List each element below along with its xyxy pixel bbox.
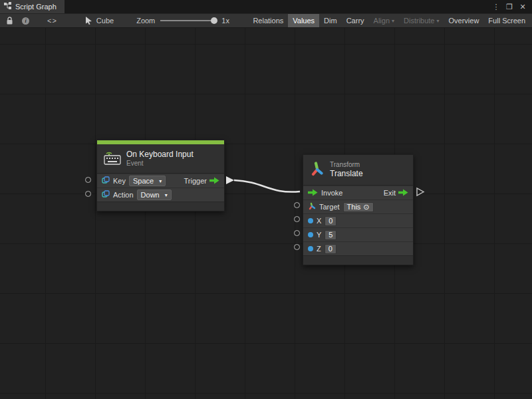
- y-value-field[interactable]: 5: [325, 230, 336, 240]
- invoke-exit-row: Invoke Exit: [303, 186, 413, 200]
- z-input-port[interactable]: [294, 244, 300, 250]
- zoom-label: Zoom: [134, 17, 158, 25]
- carry-button[interactable]: Carry: [342, 14, 369, 27]
- key-input-port[interactable]: [85, 177, 91, 183]
- node-subtitle: Event: [126, 160, 194, 168]
- toolbar-buttons: Relations Values Dim Carry Align▾ Distri…: [248, 14, 530, 27]
- node-on-keyboard-input[interactable]: On Keyboard Input Event Key Space▾ Trigg…: [96, 140, 225, 211]
- code-icon[interactable]: <>: [43, 14, 61, 27]
- y-row: Y 5: [303, 227, 413, 241]
- distribute-button[interactable]: Distribute▾: [399, 14, 444, 27]
- node-footer: [303, 255, 413, 265]
- target-row: Target This⊙: [303, 200, 413, 213]
- chevron-down-icon: ▾: [392, 18, 394, 24]
- key-row: Key Space▾ Trigger: [97, 174, 224, 188]
- exit-label: Exit: [384, 189, 396, 197]
- value-port-icon: [308, 218, 313, 223]
- lock-icon[interactable]: [2, 14, 17, 27]
- close-icon[interactable]: ✕: [517, 1, 528, 12]
- target-icon: ⊙: [363, 203, 369, 211]
- graph-canvas[interactable]: On Keyboard Input Event Key Space▾ Trigg…: [0, 28, 532, 399]
- action-row: Action Down▾: [97, 188, 224, 201]
- exit-output-port[interactable]: [398, 189, 408, 198]
- dim-button[interactable]: Dim: [319, 14, 342, 27]
- target-object-label[interactable]: Cube: [94, 17, 116, 25]
- target-label: Target: [319, 203, 340, 211]
- script-graph-window: { "window": { "title": "Script Graph" },…: [0, 0, 532, 399]
- tab-title: Script Graph: [15, 3, 57, 11]
- x-label: X: [317, 217, 321, 225]
- z-label: Z: [317, 245, 321, 253]
- trigger-output-port[interactable]: [209, 177, 219, 186]
- y-input-port[interactable]: [294, 230, 300, 236]
- zoom-slider[interactable]: [160, 20, 216, 21]
- port-icon: [102, 190, 110, 200]
- value-port-icon: [308, 232, 313, 237]
- keyboard-node-header[interactable]: On Keyboard Input Event: [97, 144, 224, 174]
- z-value-field[interactable]: 0: [325, 244, 336, 254]
- graph-tab-icon: [4, 2, 12, 11]
- chevron-down-icon: ▾: [437, 18, 440, 24]
- maximize-icon[interactable]: ❐: [504, 1, 515, 12]
- axis-icon: [308, 202, 316, 211]
- invoke-input-port[interactable]: [308, 189, 318, 198]
- fullscreen-button[interactable]: Full Screen: [483, 14, 530, 27]
- node-title: On Keyboard Input: [126, 150, 194, 160]
- action-label: Action: [113, 191, 134, 199]
- trigger-label: Trigger: [184, 177, 207, 185]
- overview-button[interactable]: Overview: [444, 14, 484, 27]
- y-label: Y: [317, 231, 321, 239]
- x-input-port[interactable]: [294, 216, 300, 222]
- node-title: Translate: [330, 169, 363, 179]
- window-controls: ⋮ ❐ ✕: [491, 0, 532, 13]
- keyboard-icon: [104, 150, 121, 168]
- transform-icon: [310, 161, 325, 180]
- invoke-label: Invoke: [321, 189, 342, 197]
- x-row: X 0: [303, 213, 413, 227]
- chevron-down-icon: ▾: [165, 192, 168, 198]
- value-port-icon: [308, 246, 313, 251]
- target-value-box[interactable]: This⊙: [343, 202, 374, 212]
- node-group-label: Transform: [330, 161, 363, 170]
- action-input-port[interactable]: [85, 191, 91, 197]
- cursor-icon: [81, 14, 94, 27]
- menu-icon[interactable]: ⋮: [491, 1, 501, 12]
- zoom-slider-handle[interactable]: [211, 17, 217, 24]
- node-transform-translate[interactable]: Transform Translate Invoke Exit: [303, 154, 414, 265]
- zoom-value: 1x: [219, 17, 232, 25]
- x-value-field[interactable]: 0: [325, 216, 336, 226]
- node-footer: [97, 201, 224, 211]
- key-dropdown[interactable]: Space▾: [129, 176, 166, 186]
- title-bar: Script Graph ⋮ ❐ ✕: [0, 0, 532, 13]
- chevron-down-icon: ▾: [159, 178, 162, 184]
- z-row: Z 0: [303, 241, 413, 255]
- action-dropdown[interactable]: Down▾: [137, 190, 172, 200]
- tab-script-graph[interactable]: Script Graph: [0, 0, 65, 13]
- translate-node-header[interactable]: Transform Translate: [303, 155, 413, 186]
- target-input-port[interactable]: [294, 202, 300, 208]
- info-icon[interactable]: i: [17, 14, 34, 27]
- graph-toolbar: i <> Cube Zoom 1x Relations Values Dim C…: [0, 13, 532, 28]
- values-button[interactable]: Values: [288, 14, 319, 27]
- key-label: Key: [113, 177, 126, 185]
- align-button[interactable]: Align▾: [369, 14, 399, 27]
- port-icon: [102, 176, 110, 186]
- relations-button[interactable]: Relations: [248, 14, 288, 27]
